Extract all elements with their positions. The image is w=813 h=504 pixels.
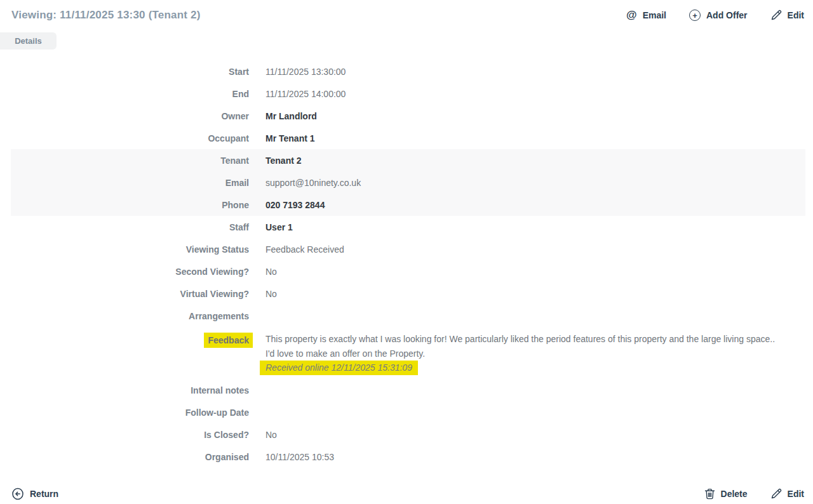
- footer-actions: Delete Edit: [704, 488, 804, 500]
- occupant-link[interactable]: Mr Tenant 1: [265, 133, 813, 143]
- field-value: Feedback Received: [265, 244, 813, 255]
- field-label: Owner: [0, 111, 249, 121]
- add-offer-button-label: Add Offer: [706, 10, 748, 20]
- field-row-phone: Phone 020 7193 2844: [11, 194, 805, 216]
- field-row-staff: Staff User 1: [0, 216, 813, 238]
- field-label: Internal notes: [0, 385, 249, 395]
- field-row-viewing-status: Viewing Status Feedback Received: [0, 238, 813, 260]
- field-label: Organised: [0, 452, 249, 462]
- field-row-start: Start 11/11/2025 13:30:00: [0, 60, 813, 83]
- tenant-link[interactable]: Tenant 2: [265, 156, 805, 166]
- field-label: Phone: [11, 200, 249, 210]
- field-value: 11/11/2025 13:30:00: [265, 67, 813, 77]
- field-label: Tenant: [11, 156, 249, 166]
- field-row-feedback: Feedback This property is exactly what I…: [0, 327, 813, 380]
- field-value: 10/11/2025 10:53: [265, 452, 813, 462]
- field-row-follow-up-date: Follow-up Date: [0, 402, 813, 424]
- delete-button[interactable]: Delete: [704, 488, 748, 500]
- field-row-owner: Owner Mr Landlord: [0, 105, 813, 127]
- field-label: Start: [0, 67, 249, 77]
- field-value: No: [265, 430, 813, 440]
- edit-button-top[interactable]: Edit: [770, 10, 804, 21]
- tab-bar: Details: [0, 32, 813, 50]
- field-label: Virtual Viewing?: [0, 289, 249, 299]
- return-button-label: Return: [30, 489, 58, 499]
- email-button-label: Email: [643, 10, 666, 20]
- trash-icon: [704, 488, 715, 500]
- field-value: No: [265, 267, 813, 277]
- page-header: Viewing: 11/11/2025 13:30 (Tenant 2) @ E…: [0, 0, 813, 22]
- plus-circle-icon: +: [689, 10, 701, 21]
- field-label: Follow-up Date: [0, 408, 249, 418]
- edit-button-bottom-label: Edit: [788, 489, 804, 499]
- pencil-icon: [770, 10, 782, 21]
- tenant-contact-band: Tenant Tenant 2 Email support@10ninety.c…: [11, 149, 805, 216]
- field-row-is-closed: Is Closed? No: [0, 424, 813, 446]
- field-row-email: Email support@10ninety.co.uk: [11, 171, 805, 194]
- delete-button-label: Delete: [721, 489, 748, 499]
- email-at-icon: @: [626, 10, 637, 20]
- footer-bar: Return Delete E: [11, 487, 804, 500]
- field-value: support@10ninety.co.uk: [265, 178, 805, 188]
- field-row-occupant: Occupant Mr Tenant 1: [0, 127, 813, 149]
- field-label: Occupant: [0, 133, 249, 143]
- feedback-line-2: I'd love to make an offer on the Propert…: [265, 347, 813, 361]
- field-row-second-viewing: Second Viewing? No: [0, 260, 813, 282]
- field-value: User 1: [265, 222, 813, 232]
- return-button[interactable]: Return: [11, 487, 58, 500]
- add-offer-button[interactable]: + Add Offer: [689, 10, 748, 21]
- field-label: Arrangements: [0, 311, 249, 321]
- viewing-details-form: Start 11/11/2025 13:30:00 End 11/11/2025…: [0, 60, 813, 468]
- field-label: Email: [11, 178, 249, 188]
- pencil-icon: [770, 488, 782, 500]
- feedback-value: This property is exactly what I was look…: [265, 332, 813, 375]
- field-label: End: [0, 89, 249, 99]
- field-value: 020 7193 2844: [265, 200, 805, 210]
- tab-details[interactable]: Details: [0, 32, 57, 50]
- back-arrow-circle-icon: [11, 487, 24, 500]
- field-label: Viewing Status: [0, 244, 249, 255]
- feedback-line-1: This property is exactly what I was look…: [265, 332, 813, 347]
- field-value: 11/11/2025 14:00:00: [265, 89, 813, 99]
- owner-link[interactable]: Mr Landlord: [265, 111, 813, 121]
- field-label: Second Viewing?: [0, 267, 249, 277]
- field-row-arrangements: Arrangements: [0, 305, 813, 327]
- edit-button-bottom[interactable]: Edit: [770, 488, 804, 500]
- field-label: Staff: [0, 222, 249, 232]
- feedback-label-highlighted: Feedback: [204, 333, 253, 348]
- email-button[interactable]: @ Email: [626, 10, 666, 21]
- header-actions: @ Email + Add Offer Edit: [626, 10, 804, 21]
- field-row-organised: Organised 10/11/2025 10:53: [0, 446, 813, 468]
- edit-button-top-label: Edit: [788, 10, 804, 20]
- field-row-end: End 11/11/2025 14:00:00: [0, 83, 813, 105]
- field-row-tenant: Tenant Tenant 2: [11, 149, 805, 171]
- field-value: No: [265, 289, 813, 299]
- page-title: Viewing: 11/11/2025 13:30 (Tenant 2): [11, 9, 201, 22]
- field-label: Is Closed?: [0, 430, 249, 440]
- feedback-received-timestamp: Received online 12/11/2025 15:31:09: [260, 361, 418, 375]
- field-row-virtual-viewing: Virtual Viewing? No: [0, 282, 813, 305]
- field-row-internal-notes: Internal notes: [0, 380, 813, 402]
